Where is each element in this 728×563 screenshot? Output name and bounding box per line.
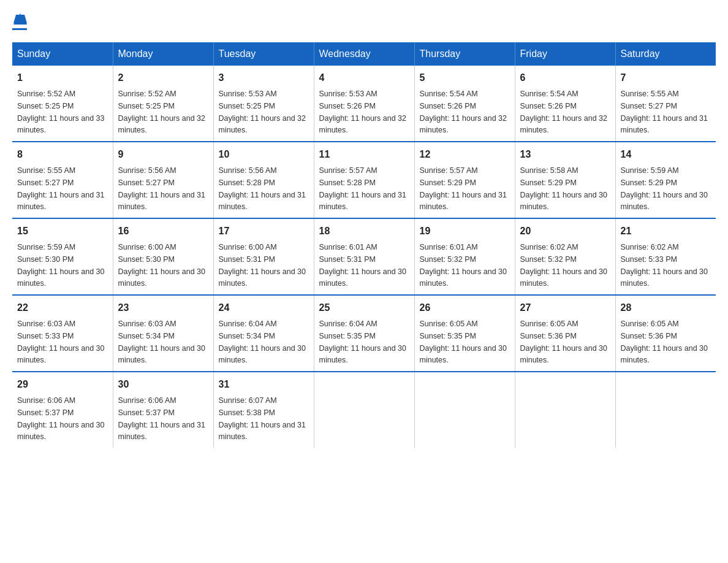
day-info: Sunrise: 5:54 AMSunset: 5:26 PMDaylight:… xyxy=(420,90,507,134)
day-info: Sunrise: 6:05 AMSunset: 5:36 PMDaylight:… xyxy=(520,320,607,364)
day-number: 17 xyxy=(219,224,309,239)
calendar-cell: 6 Sunrise: 5:54 AMSunset: 5:26 PMDayligh… xyxy=(515,66,615,142)
day-number: 5 xyxy=(420,71,510,85)
day-info: Sunrise: 6:05 AMSunset: 5:36 PMDaylight:… xyxy=(621,320,708,364)
calendar-cell: 11 Sunrise: 5:57 AMSunset: 5:28 PMDaylig… xyxy=(314,142,414,218)
calendar-cell: 7 Sunrise: 5:55 AMSunset: 5:27 PMDayligh… xyxy=(615,66,716,142)
day-number: 4 xyxy=(319,71,409,85)
calendar-cell: 17 Sunrise: 6:00 AMSunset: 5:31 PMDaylig… xyxy=(213,218,314,295)
day-number: 3 xyxy=(219,71,309,85)
day-info: Sunrise: 6:03 AMSunset: 5:33 PMDaylight:… xyxy=(17,320,104,364)
day-number: 11 xyxy=(319,147,409,162)
day-info: Sunrise: 6:07 AMSunset: 5:38 PMDaylight:… xyxy=(219,396,306,441)
calendar-cell: 3 Sunrise: 5:53 AMSunset: 5:25 PMDayligh… xyxy=(213,66,314,142)
calendar-cell: 1 Sunrise: 5:52 AMSunset: 5:25 PMDayligh… xyxy=(12,66,113,142)
calendar-cell: 29 Sunrise: 6:06 AMSunset: 5:37 PMDaylig… xyxy=(12,372,113,448)
day-number: 10 xyxy=(219,147,309,162)
header-tuesday: Tuesday xyxy=(213,42,314,66)
calendar-cell: 4 Sunrise: 5:53 AMSunset: 5:26 PMDayligh… xyxy=(314,66,414,142)
calendar-table: SundayMondayTuesdayWednesdayThursdayFrid… xyxy=(12,42,716,448)
day-number: 21 xyxy=(621,224,711,239)
day-info: Sunrise: 6:04 AMSunset: 5:35 PMDaylight:… xyxy=(319,320,406,364)
day-number: 22 xyxy=(17,301,108,315)
calendar-cell: 10 Sunrise: 5:56 AMSunset: 5:28 PMDaylig… xyxy=(213,142,314,218)
day-number: 31 xyxy=(219,377,309,392)
day-number: 2 xyxy=(118,71,208,85)
header-thursday: Thursday xyxy=(414,42,515,66)
day-info: Sunrise: 6:01 AMSunset: 5:32 PMDaylight:… xyxy=(420,243,507,288)
calendar-cell: 31 Sunrise: 6:07 AMSunset: 5:38 PMDaylig… xyxy=(213,372,314,448)
day-number: 1 xyxy=(17,71,108,85)
header-wednesday: Wednesday xyxy=(314,42,414,66)
calendar-cell: 21 Sunrise: 6:02 AMSunset: 5:33 PMDaylig… xyxy=(615,218,716,295)
day-info: Sunrise: 6:06 AMSunset: 5:37 PMDaylight:… xyxy=(17,396,104,441)
day-number: 26 xyxy=(420,301,510,315)
day-info: Sunrise: 5:53 AMSunset: 5:25 PMDaylight:… xyxy=(219,90,306,134)
calendar-cell: 28 Sunrise: 6:05 AMSunset: 5:36 PMDaylig… xyxy=(615,295,716,372)
logo-triangle-icon xyxy=(13,12,27,26)
header-sunday: Sunday xyxy=(12,42,113,66)
day-info: Sunrise: 6:00 AMSunset: 5:31 PMDaylight:… xyxy=(219,243,306,288)
calendar-cell: 26 Sunrise: 6:05 AMSunset: 5:35 PMDaylig… xyxy=(414,295,515,372)
day-info: Sunrise: 6:02 AMSunset: 5:33 PMDaylight:… xyxy=(621,243,708,288)
calendar-week-row: 8 Sunrise: 5:55 AMSunset: 5:27 PMDayligh… xyxy=(12,142,716,218)
day-info: Sunrise: 5:54 AMSunset: 5:26 PMDaylight:… xyxy=(520,90,607,134)
calendar-cell: 18 Sunrise: 6:01 AMSunset: 5:31 PMDaylig… xyxy=(314,218,414,295)
header-saturday: Saturday xyxy=(615,42,716,66)
calendar-cell xyxy=(414,372,515,448)
calendar-cell: 20 Sunrise: 6:02 AMSunset: 5:32 PMDaylig… xyxy=(515,218,615,295)
calendar-cell: 30 Sunrise: 6:06 AMSunset: 5:37 PMDaylig… xyxy=(113,372,213,448)
day-info: Sunrise: 5:56 AMSunset: 5:28 PMDaylight:… xyxy=(219,166,306,211)
day-info: Sunrise: 6:01 AMSunset: 5:31 PMDaylight:… xyxy=(319,243,406,288)
day-info: Sunrise: 6:04 AMSunset: 5:34 PMDaylight:… xyxy=(219,320,306,364)
calendar-cell: 9 Sunrise: 5:56 AMSunset: 5:27 PMDayligh… xyxy=(113,142,213,218)
calendar-header-row: SundayMondayTuesdayWednesdayThursdayFrid… xyxy=(12,42,716,66)
calendar-week-row: 22 Sunrise: 6:03 AMSunset: 5:33 PMDaylig… xyxy=(12,295,716,372)
day-number: 16 xyxy=(118,224,208,239)
calendar-cell: 25 Sunrise: 6:04 AMSunset: 5:35 PMDaylig… xyxy=(314,295,414,372)
day-number: 25 xyxy=(319,301,409,315)
calendar-week-row: 1 Sunrise: 5:52 AMSunset: 5:25 PMDayligh… xyxy=(12,66,716,142)
calendar-week-row: 29 Sunrise: 6:06 AMSunset: 5:37 PMDaylig… xyxy=(12,372,716,448)
logo-underline xyxy=(12,28,27,30)
calendar-cell: 12 Sunrise: 5:57 AMSunset: 5:29 PMDaylig… xyxy=(414,142,515,218)
day-number: 24 xyxy=(219,301,309,315)
day-info: Sunrise: 6:06 AMSunset: 5:37 PMDaylight:… xyxy=(118,396,205,441)
day-info: Sunrise: 5:53 AMSunset: 5:26 PMDaylight:… xyxy=(319,90,406,134)
calendar-cell: 15 Sunrise: 5:59 AMSunset: 5:30 PMDaylig… xyxy=(12,218,113,295)
day-number: 27 xyxy=(520,301,610,315)
calendar-cell: 16 Sunrise: 6:00 AMSunset: 5:30 PMDaylig… xyxy=(113,218,213,295)
day-info: Sunrise: 5:59 AMSunset: 5:29 PMDaylight:… xyxy=(621,166,708,211)
day-info: Sunrise: 5:52 AMSunset: 5:25 PMDaylight:… xyxy=(118,90,205,134)
day-info: Sunrise: 6:00 AMSunset: 5:30 PMDaylight:… xyxy=(118,243,205,288)
calendar-cell: 27 Sunrise: 6:05 AMSunset: 5:36 PMDaylig… xyxy=(515,295,615,372)
day-info: Sunrise: 5:59 AMSunset: 5:30 PMDaylight:… xyxy=(17,243,104,288)
day-info: Sunrise: 5:56 AMSunset: 5:27 PMDaylight:… xyxy=(118,166,205,211)
calendar-cell: 23 Sunrise: 6:03 AMSunset: 5:34 PMDaylig… xyxy=(113,295,213,372)
day-info: Sunrise: 6:05 AMSunset: 5:35 PMDaylight:… xyxy=(420,320,507,364)
day-info: Sunrise: 5:57 AMSunset: 5:28 PMDaylight:… xyxy=(319,166,406,211)
day-number: 12 xyxy=(420,147,510,162)
calendar-cell: 2 Sunrise: 5:52 AMSunset: 5:25 PMDayligh… xyxy=(113,66,213,142)
day-number: 7 xyxy=(621,71,711,85)
calendar-cell: 22 Sunrise: 6:03 AMSunset: 5:33 PMDaylig… xyxy=(12,295,113,372)
day-number: 13 xyxy=(520,147,610,162)
day-number: 30 xyxy=(118,377,208,392)
day-number: 15 xyxy=(17,224,108,239)
calendar-cell: 8 Sunrise: 5:55 AMSunset: 5:27 PMDayligh… xyxy=(12,142,113,218)
day-number: 19 xyxy=(420,224,510,239)
day-number: 29 xyxy=(17,377,108,392)
day-number: 28 xyxy=(621,301,711,315)
page-header xyxy=(12,12,716,30)
calendar-cell: 14 Sunrise: 5:59 AMSunset: 5:29 PMDaylig… xyxy=(615,142,716,218)
calendar-cell: 24 Sunrise: 6:04 AMSunset: 5:34 PMDaylig… xyxy=(213,295,314,372)
day-info: Sunrise: 6:03 AMSunset: 5:34 PMDaylight:… xyxy=(118,320,205,364)
day-number: 8 xyxy=(17,147,108,162)
day-info: Sunrise: 5:55 AMSunset: 5:27 PMDaylight:… xyxy=(17,166,104,211)
calendar-cell: 19 Sunrise: 6:01 AMSunset: 5:32 PMDaylig… xyxy=(414,218,515,295)
calendar-cell: 13 Sunrise: 5:58 AMSunset: 5:29 PMDaylig… xyxy=(515,142,615,218)
calendar-week-row: 15 Sunrise: 5:59 AMSunset: 5:30 PMDaylig… xyxy=(12,218,716,295)
day-number: 9 xyxy=(118,147,208,162)
calendar-cell xyxy=(515,372,615,448)
header-monday: Monday xyxy=(113,42,213,66)
